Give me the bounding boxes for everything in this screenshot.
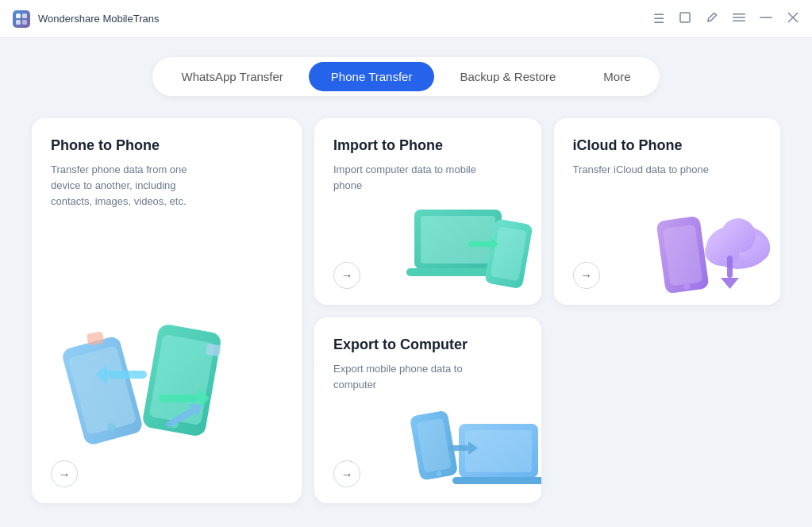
tab-more[interactable]: More bbox=[581, 62, 652, 91]
titlebar: Wondershare MobileTrans ☰ bbox=[0, 0, 812, 38]
tab-backup[interactable]: Backup & Restore bbox=[437, 62, 578, 91]
tab-phone[interactable]: Phone Transfer bbox=[309, 62, 435, 91]
svg-rect-1 bbox=[22, 13, 27, 18]
svg-rect-19 bbox=[159, 394, 198, 402]
svg-marker-40 bbox=[721, 278, 739, 289]
svg-rect-45 bbox=[465, 430, 532, 472]
card-import-arrow[interactable]: → bbox=[333, 262, 360, 289]
cards-grid: Phone to Phone Transfer phone data from … bbox=[32, 118, 780, 503]
import-illustration bbox=[406, 194, 533, 297]
card-icloud-to-phone: iCloud to Phone Transfer iCloud data to … bbox=[554, 118, 781, 305]
card-export-desc: Export mobile phone data to computer bbox=[333, 361, 492, 393]
card-export-title: Export to Computer bbox=[333, 337, 522, 353]
titlebar-left: Wondershare MobileTrans bbox=[13, 10, 159, 28]
export-illustration bbox=[406, 392, 533, 495]
app-title: Wondershare MobileTrans bbox=[38, 13, 159, 25]
icloud-illustration bbox=[645, 194, 772, 297]
tab-whatsapp[interactable]: WhatsApp Transfer bbox=[159, 62, 305, 91]
svg-rect-26 bbox=[421, 216, 495, 264]
card-phone-to-phone-title: Phone to Phone bbox=[51, 137, 283, 154]
titlebar-controls: ☰ bbox=[653, 11, 799, 27]
minimize-icon[interactable] bbox=[760, 11, 772, 27]
card-phone-to-phone-arrow[interactable]: → bbox=[51, 460, 78, 487]
profile-icon[interactable]: ☰ bbox=[653, 11, 664, 26]
svg-rect-7 bbox=[733, 20, 745, 21]
card-import-title: Import to Phone bbox=[333, 137, 522, 154]
svg-rect-0 bbox=[16, 13, 21, 18]
svg-rect-5 bbox=[733, 13, 745, 15]
svg-rect-47 bbox=[448, 445, 468, 451]
card-icloud-arrow[interactable]: → bbox=[573, 262, 600, 289]
card-icloud-title: iCloud to Phone bbox=[573, 137, 762, 154]
svg-rect-46 bbox=[452, 477, 541, 484]
edit-icon[interactable] bbox=[706, 11, 718, 27]
app-icon bbox=[13, 10, 30, 28]
svg-rect-8 bbox=[760, 17, 772, 18]
svg-rect-39 bbox=[727, 256, 733, 278]
svg-rect-2 bbox=[16, 20, 21, 25]
card-icloud-desc: Transfer iCloud data to phone bbox=[573, 162, 732, 178]
main-content: WhatsApp Transfer Phone Transfer Backup … bbox=[0, 38, 812, 527]
svg-rect-30 bbox=[468, 241, 491, 247]
card-phone-to-phone-desc: Transfer phone data from one device to a… bbox=[51, 162, 210, 210]
nav-tabs: WhatsApp Transfer Phone Transfer Backup … bbox=[152, 57, 659, 96]
card-export-arrow[interactable]: → bbox=[333, 460, 360, 487]
window-icon[interactable] bbox=[679, 11, 691, 27]
close-icon[interactable] bbox=[787, 11, 799, 27]
svg-rect-22 bbox=[206, 344, 221, 356]
card-import-to-phone: Import to Phone Import computer data to … bbox=[314, 118, 541, 305]
svg-rect-3 bbox=[22, 20, 27, 25]
card-import-desc: Import computer data to mobile phone bbox=[333, 162, 492, 194]
svg-rect-4 bbox=[680, 13, 690, 22]
menu-icon[interactable] bbox=[733, 11, 745, 27]
card-phone-to-phone: Phone to Phone Transfer phone data from … bbox=[32, 118, 302, 503]
svg-rect-6 bbox=[733, 17, 745, 18]
svg-rect-17 bbox=[107, 371, 147, 379]
phone-to-phone-illustration bbox=[48, 289, 254, 464]
card-export-to-computer: Export to Computer Export mobile phone d… bbox=[314, 317, 541, 504]
svg-point-38 bbox=[721, 218, 756, 253]
svg-rect-12 bbox=[67, 345, 137, 435]
